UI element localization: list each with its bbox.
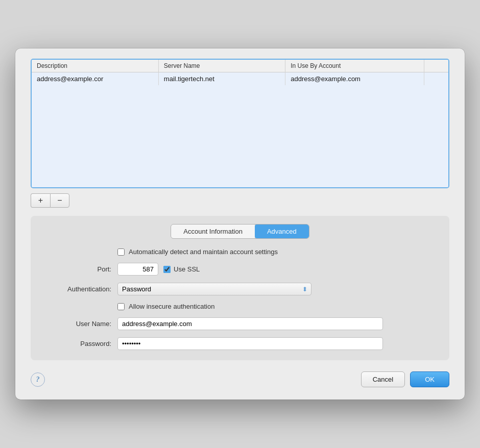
cell-inuse: address@example.com bbox=[285, 72, 424, 86]
authentication-controls: Password MD5 Challenge-Response NTLM Ker… bbox=[117, 283, 439, 295]
col-header-description: Description bbox=[32, 60, 158, 72]
ssl-label: Use SSL bbox=[174, 265, 200, 273]
ssl-checkbox[interactable] bbox=[163, 266, 171, 273]
tab-bar: Account Information Advanced bbox=[41, 224, 439, 239]
username-label: User Name: bbox=[41, 320, 117, 328]
cell-extra bbox=[424, 72, 448, 86]
insecure-auth-row: Allow insecure authentication bbox=[41, 303, 439, 310]
port-row: Port: Use SSL bbox=[41, 263, 439, 276]
authentication-label: Authentication: bbox=[41, 285, 117, 293]
port-controls: Use SSL bbox=[117, 263, 439, 276]
tab-account-information[interactable]: Account Information bbox=[171, 225, 255, 238]
cancel-button[interactable]: Cancel bbox=[361, 371, 405, 387]
cell-server: mail.tigertech.net bbox=[158, 72, 285, 86]
cell-description: address@example.cor bbox=[32, 72, 158, 86]
tab-group: Account Information Advanced bbox=[171, 224, 309, 239]
dialog: Description Server Name In Use By Accoun… bbox=[15, 48, 465, 400]
tab-panel: Account Information Advanced Automatical… bbox=[31, 216, 449, 360]
add-remove-bar: + − bbox=[31, 193, 449, 208]
authentication-select[interactable]: Password MD5 Challenge-Response NTLM Ker… bbox=[117, 283, 311, 295]
auto-detect-row: Automatically detect and maintain accoun… bbox=[41, 248, 439, 256]
remove-server-button[interactable]: − bbox=[50, 193, 69, 208]
table-header-row: Description Server Name In Use By Accoun… bbox=[32, 60, 448, 72]
authentication-select-wrapper: Password MD5 Challenge-Response NTLM Ker… bbox=[117, 283, 311, 295]
port-label: Port: bbox=[41, 265, 117, 273]
table-row[interactable]: address@example.cor mail.tigertech.net a… bbox=[32, 72, 448, 86]
tab-advanced[interactable]: Advanced bbox=[255, 225, 309, 238]
server-table: Description Server Name In Use By Accoun… bbox=[32, 60, 448, 187]
password-controls bbox=[117, 337, 439, 350]
col-header-extra bbox=[424, 60, 448, 72]
bottom-bar: ? Cancel OK bbox=[31, 371, 449, 387]
username-controls bbox=[117, 317, 439, 330]
col-header-server: Server Name bbox=[158, 60, 285, 72]
form-section: Automatically detect and maintain accoun… bbox=[41, 248, 439, 350]
username-row: User Name: bbox=[41, 317, 439, 330]
server-list-container: Description Server Name In Use By Accoun… bbox=[31, 59, 449, 188]
insecure-auth-label: Allow insecure authentication bbox=[129, 303, 214, 310]
insecure-auth-checkbox[interactable] bbox=[117, 303, 125, 310]
password-row: Password: bbox=[41, 337, 439, 350]
col-header-inuse: In Use By Account bbox=[285, 60, 424, 72]
port-input[interactable] bbox=[117, 263, 158, 276]
action-buttons: Cancel OK bbox=[361, 371, 449, 387]
auto-detect-label: Automatically detect and maintain accoun… bbox=[129, 248, 278, 256]
password-input[interactable] bbox=[117, 337, 383, 350]
ssl-group: Use SSL bbox=[163, 265, 200, 273]
username-input[interactable] bbox=[117, 317, 383, 330]
ok-button[interactable]: OK bbox=[410, 371, 449, 387]
empty-area bbox=[32, 85, 448, 187]
help-button[interactable]: ? bbox=[31, 372, 45, 387]
auto-detect-checkbox[interactable] bbox=[117, 248, 125, 256]
authentication-row: Authentication: Password MD5 Challenge-R… bbox=[41, 283, 439, 295]
add-server-button[interactable]: + bbox=[31, 193, 50, 208]
password-label: Password: bbox=[41, 340, 117, 347]
